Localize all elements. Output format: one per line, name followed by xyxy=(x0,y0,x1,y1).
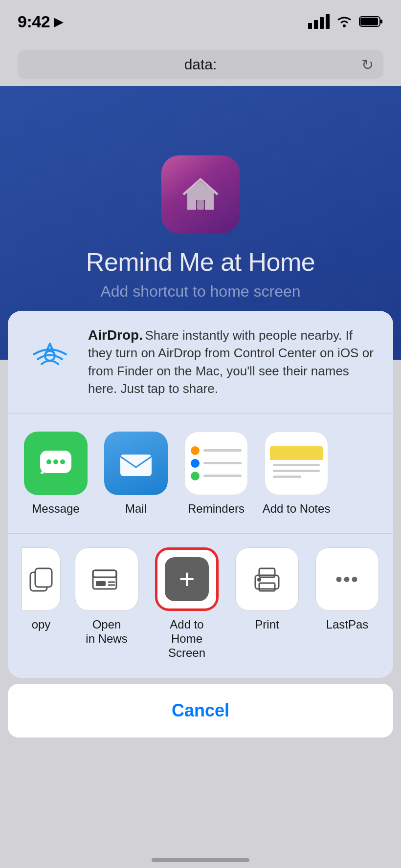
url-text: data: xyxy=(184,56,217,73)
action-label-copy: opy xyxy=(32,618,51,632)
house-icon xyxy=(178,173,223,217)
svg-rect-14 xyxy=(93,570,116,577)
app-label-reminders: Reminders xyxy=(188,502,245,516)
svg-rect-12 xyxy=(35,568,52,587)
status-time: 9:42 xyxy=(18,12,50,31)
app-label-notes: Add to Notes xyxy=(263,502,331,516)
action-item-lastpass[interactable]: ••• LastPas xyxy=(313,547,381,660)
svg-point-9 xyxy=(60,459,65,464)
share-card: AirDrop. Share instantly with people nea… xyxy=(8,311,393,678)
action-item-print[interactable]: Print xyxy=(233,547,301,660)
status-bar: 9:42 ▶ xyxy=(0,0,401,43)
svg-point-7 xyxy=(46,459,51,464)
svg-rect-3 xyxy=(360,18,378,25)
app-item-notes[interactable]: Add to Notes xyxy=(262,432,331,516)
svg-rect-2 xyxy=(380,20,382,23)
cancel-label: Cancel xyxy=(172,700,229,721)
svg-rect-4 xyxy=(197,200,204,210)
url-bar: data: ↻ xyxy=(0,43,401,86)
app-label-mail: Mail xyxy=(125,502,147,516)
copy-icon xyxy=(22,547,61,611)
app-label-message: Message xyxy=(32,502,79,516)
apps-row: Message Mail xyxy=(8,414,393,534)
print-icon xyxy=(235,547,299,611)
app-item-message[interactable]: Message xyxy=(22,432,90,516)
airdrop-icon xyxy=(25,326,74,375)
status-icons xyxy=(308,14,383,29)
action-label-print: Print xyxy=(255,618,279,632)
action-label-lastpass: LastPas xyxy=(326,618,369,632)
svg-rect-10 xyxy=(120,455,152,476)
app-item-reminders[interactable]: Reminders xyxy=(182,432,250,516)
lastpass-icon: ••• xyxy=(315,547,379,611)
cancel-bar[interactable]: Cancel xyxy=(8,684,393,738)
hero-subtitle: Add shortcut to home screen xyxy=(100,282,300,301)
hero-title: Remind Me at Home xyxy=(86,247,315,277)
svg-rect-15 xyxy=(96,581,106,586)
action-item-add-home[interactable]: + Add to Home Screen xyxy=(153,547,221,660)
share-sheet: AirDrop. Share instantly with people nea… xyxy=(0,311,401,868)
svg-point-8 xyxy=(53,459,58,464)
svg-rect-20 xyxy=(259,583,275,591)
action-item-copy[interactable]: opy xyxy=(22,547,61,660)
notes-icon xyxy=(265,432,328,495)
actions-row: opy Openin News xyxy=(8,534,393,677)
url-field[interactable]: data: ↻ xyxy=(18,50,383,79)
location-icon: ▶ xyxy=(54,14,64,29)
reminders-icon xyxy=(184,432,248,495)
airdrop-section: AirDrop. Share instantly with people nea… xyxy=(8,311,393,414)
battery-icon xyxy=(359,15,383,28)
svg-point-0 xyxy=(343,24,346,27)
reload-button[interactable]: ↻ xyxy=(361,56,374,73)
mail-icon xyxy=(104,432,168,495)
message-icon xyxy=(24,432,88,495)
action-label-add-home: Add to Home Screen xyxy=(153,618,221,660)
add-home-icon: + xyxy=(155,547,219,611)
signal-icon xyxy=(308,14,330,29)
app-item-mail[interactable]: Mail xyxy=(102,432,170,516)
action-label-news: Openin News xyxy=(86,618,127,646)
airdrop-text: AirDrop. Share instantly with people nea… xyxy=(88,326,376,398)
home-indicator xyxy=(152,858,249,862)
app-icon xyxy=(161,155,240,234)
svg-point-21 xyxy=(257,578,261,582)
svg-rect-13 xyxy=(93,570,116,589)
news-icon xyxy=(75,547,138,611)
action-item-news[interactable]: Openin News xyxy=(72,547,141,660)
airdrop-title: AirDrop. xyxy=(88,327,143,343)
wifi-icon xyxy=(335,15,353,28)
